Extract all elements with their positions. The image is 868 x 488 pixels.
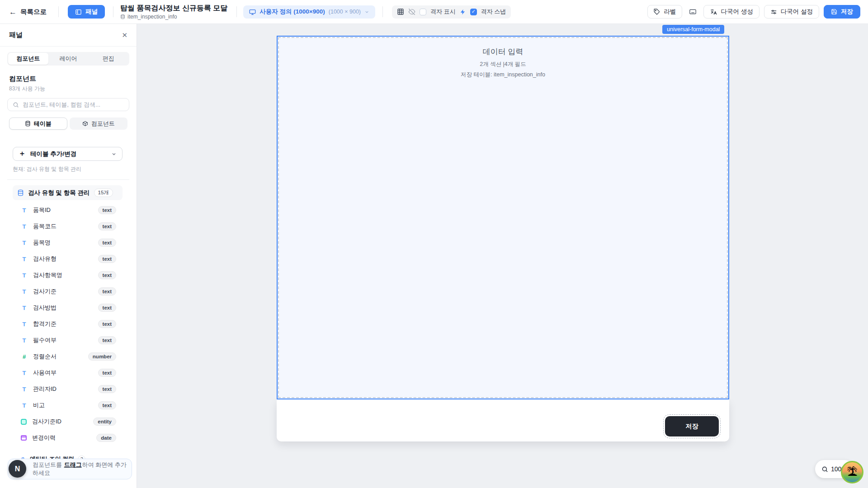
size-preset-label: 사용자 정의 (1000×900) — [259, 8, 325, 16]
field-type-badge: text — [98, 239, 116, 247]
translate-icon — [710, 9, 717, 15]
field-row[interactable]: T 검사방법 text — [13, 300, 123, 316]
field-row[interactable]: T 비고 text — [13, 397, 123, 413]
field-type-badge: text — [98, 320, 116, 328]
field-type-icon: T — [21, 321, 28, 328]
field-type-icon: T — [21, 370, 28, 376]
database-icon — [120, 14, 125, 19]
modal-table-info: 저장 테이블: item_inspection_info — [278, 71, 728, 79]
canvas-size-dropdown[interactable]: 사용자 정의 (1000×900) (1000 × 900) — [243, 5, 375, 19]
field-type-icon — [21, 435, 27, 441]
header-actions: 라벨 다국어 생성 다국어 설정 저장 — [647, 5, 860, 19]
back-to-list-button[interactable]: ← 목록으로 — [9, 8, 47, 16]
grid-show-checkbox[interactable] — [420, 9, 426, 15]
field-type-badge: text — [98, 206, 116, 214]
field-label: 사용여부 — [33, 369, 57, 377]
n-floating-badge[interactable]: N — [9, 460, 26, 478]
title-block: 탑씰 품목검사정보 신규등록 모달 item_inspection_info — [120, 4, 227, 19]
field-type-badge: date — [96, 434, 116, 442]
field-label: 검사유형 — [33, 255, 57, 263]
components-section-header: 컴포넌트 83개 사용 가능 — [0, 66, 137, 93]
i18n-settings-text: 다국어 설정 — [781, 8, 813, 16]
keyboard-shortcuts-button[interactable] — [687, 5, 699, 19]
size-value-label: (1000 × 900) — [329, 9, 361, 15]
close-icon[interactable]: ✕ — [122, 31, 127, 39]
field-type-badge: text — [98, 287, 116, 296]
divider — [113, 6, 113, 17]
source-tab-component[interactable]: 컴포넌트 — [70, 117, 128, 130]
field-row[interactable]: # 정렬순서 number — [13, 348, 123, 365]
i18n-generate-button[interactable]: 다국어 생성 — [703, 5, 759, 19]
source-tab-table[interactable]: 테이블 — [9, 117, 67, 130]
field-label: 검사항목명 — [33, 271, 62, 279]
magnifier-icon — [821, 466, 828, 473]
panel-toggle-button[interactable]: 패널 — [68, 5, 105, 19]
island-emoji-badge[interactable]: 🏝 — [841, 461, 863, 483]
field-label: 검사기준 — [33, 287, 57, 296]
table-group-header[interactable]: 검사 유형 및 항목 관리 15개 — [13, 185, 123, 200]
divider — [382, 6, 383, 17]
tab-edit[interactable]: 편집 — [88, 53, 128, 65]
field-type-badge: text — [98, 401, 116, 409]
chevron-down-icon — [364, 9, 369, 14]
field-row[interactable]: T 품목ID text — [13, 202, 123, 218]
search-icon — [13, 102, 19, 108]
field-type-icon — [21, 419, 27, 425]
component-search[interactable] — [7, 98, 129, 111]
field-row[interactable]: 변경이력 date — [13, 430, 123, 446]
add-table-label: 테이블 추가/변경 — [30, 150, 76, 158]
i18n-generate-text: 다국어 생성 — [721, 8, 753, 16]
field-label: 검사방법 — [33, 304, 57, 312]
page-subtitle: item_inspection_info — [120, 14, 227, 20]
tab-layers[interactable]: 레이어 — [48, 53, 89, 65]
panel-tabs: 컴포넌트 레이어 편집 — [7, 52, 129, 66]
field-row[interactable]: T 품목명 text — [13, 235, 123, 251]
field-row[interactable]: 검사기준ID entity — [13, 413, 123, 430]
grid-icon — [397, 8, 404, 15]
source-component-label: 컴포넌트 — [91, 120, 115, 128]
field-row[interactable]: T 필수여부 text — [13, 332, 123, 348]
panel-header: 패널 ✕ — [0, 24, 137, 47]
field-label: 비고 — [33, 401, 45, 409]
field-row[interactable]: T 품목코드 text — [13, 218, 123, 235]
field-label: 정렬순서 — [33, 352, 57, 361]
field-row[interactable]: T 관리자ID text — [13, 381, 123, 397]
field-row[interactable]: T 검사유형 text — [13, 251, 123, 267]
field-label: 필수여부 — [33, 336, 57, 344]
grid-options-group: 격자 표시 격자 스냅 — [392, 5, 511, 19]
field-type-icon: T — [21, 305, 28, 311]
grid-snap-checkbox[interactable] — [470, 9, 477, 15]
universal-form-modal-component[interactable]: 데이터 입력 2개 섹션 |4개 필드 저장 테이블: item_inspect… — [277, 36, 729, 399]
field-type-badge: text — [98, 271, 116, 279]
search-input[interactable] — [23, 101, 124, 108]
divider — [58, 6, 59, 17]
divider — [236, 6, 237, 17]
field-row[interactable]: T 검사항목명 text — [13, 267, 123, 283]
modal-save-button[interactable]: 저장 — [665, 416, 719, 436]
back-arrow-icon: ← — [9, 8, 17, 16]
bound-table-name: item_inspection_info — [127, 14, 177, 20]
save-button[interactable]: 저장 — [824, 5, 860, 19]
field-row[interactable]: T 사용여부 text — [13, 365, 123, 381]
panel-title: 패널 — [9, 31, 23, 39]
field-row[interactable]: T 합격기준 text — [13, 316, 123, 332]
field-label: 관리자ID — [33, 385, 57, 393]
label-button[interactable]: 라벨 — [647, 5, 682, 19]
field-type-badge: text — [98, 304, 116, 312]
field-label: 검사기준ID — [32, 418, 61, 426]
n-letter: N — [15, 465, 20, 473]
modal-subtitle: 2개 섹션 |4개 필드 — [278, 61, 728, 68]
box-icon — [82, 121, 88, 127]
field-label: 품목코드 — [33, 222, 57, 230]
database-icon — [25, 121, 31, 127]
field-count-badge: 15개 — [94, 188, 113, 197]
grid-snap-label: 격자 스냅 — [481, 8, 506, 16]
keyboard-icon — [689, 8, 697, 15]
field-label: 품목ID — [33, 206, 51, 214]
add-table-dropdown[interactable]: ＋ 테이블 추가/변경 — [13, 147, 123, 161]
field-type-badge: text — [98, 222, 116, 230]
field-row[interactable]: T 검사기준 text — [13, 283, 123, 300]
tab-components[interactable]: 컴포넌트 — [8, 53, 48, 65]
i18n-settings-button[interactable]: 다국어 설정 — [764, 5, 819, 19]
field-type-badge: number — [88, 352, 116, 361]
